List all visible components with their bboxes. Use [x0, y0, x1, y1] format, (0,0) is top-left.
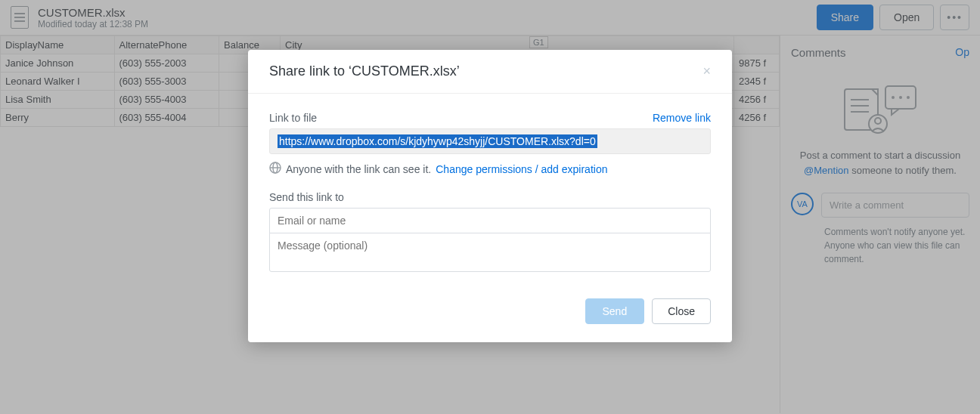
link-label: Link to file: [269, 112, 317, 124]
share-modal: Share link to ‘CUSTOMER.xlsx’ × Link to …: [248, 50, 732, 342]
close-icon[interactable]: ×: [702, 63, 711, 79]
close-button[interactable]: Close: [652, 298, 711, 324]
send-label: Send this link to: [269, 191, 711, 203]
modal-overlay: Share link to ‘CUSTOMER.xlsx’ × Link to …: [0, 0, 980, 414]
change-permissions-link[interactable]: Change permissions / add expiration: [436, 163, 607, 175]
permission-text: Anyone with the link can see it.: [286, 163, 431, 175]
share-link-input[interactable]: https://www.dropbox.com/s/kjdyhywp42shyj…: [269, 128, 711, 154]
send-button[interactable]: Send: [585, 298, 645, 324]
modal-title: Share link to ‘CUSTOMER.xlsx’: [269, 63, 460, 79]
message-input[interactable]: [269, 233, 711, 272]
remove-link[interactable]: Remove link: [653, 112, 711, 124]
email-input[interactable]: [269, 208, 711, 233]
globe-icon: [269, 162, 281, 176]
